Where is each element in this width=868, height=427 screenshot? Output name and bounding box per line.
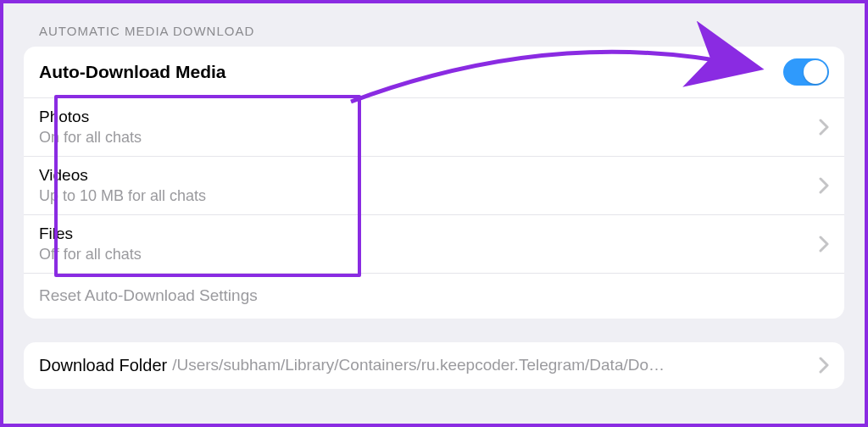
row-reset-auto-download[interactable]: Reset Auto-Download Settings [24,274,844,319]
subtitle-files: Off for all chats [39,245,142,264]
media-download-card: Auto-Download Media Photos On for all ch… [24,47,844,319]
row-download-folder[interactable]: Download Folder /Users/subham/Library/Co… [24,342,844,389]
label-reset-auto-download: Reset Auto-Download Settings [39,286,258,307]
label-files: Files [39,224,142,245]
path-download-folder: /Users/subham/Library/Containers/ru.keep… [167,356,665,374]
chevron-right-icon [819,357,829,374]
section-header-automatic-media-download: AUTOMATIC MEDIA DOWNLOAD [24,24,844,47]
subtitle-photos: On for all chats [39,128,142,147]
chevron-right-icon [819,236,829,252]
row-files[interactable]: Files Off for all chats [24,215,844,274]
chevron-right-icon [819,177,829,194]
chevron-right-icon [819,119,829,136]
toggle-auto-download-media[interactable] [783,58,829,86]
row-videos[interactable]: Videos Up to 10 MB for all chats [24,157,844,215]
download-folder-card: Download Folder /Users/subham/Library/Co… [24,342,844,389]
label-download-folder: Download Folder [39,356,167,375]
row-photos[interactable]: Photos On for all chats [24,98,844,157]
toggle-knob [804,60,827,84]
row-auto-download-media[interactable]: Auto-Download Media [24,47,844,98]
label-auto-download-media: Auto-Download Media [39,60,225,83]
label-photos: Photos [39,107,142,128]
label-videos: Videos [39,165,206,186]
subtitle-videos: Up to 10 MB for all chats [39,186,206,206]
